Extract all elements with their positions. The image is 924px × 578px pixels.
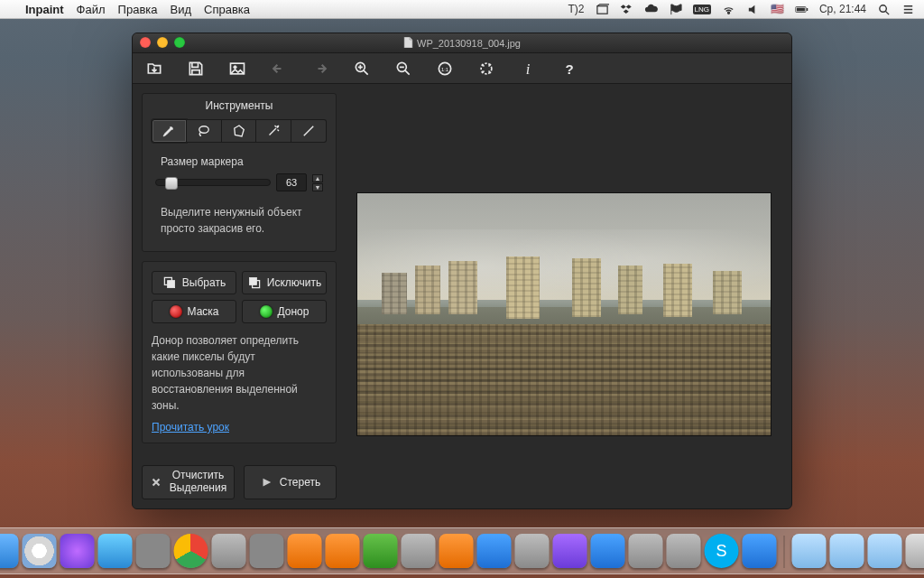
clear-btn-line1: Отчистить <box>170 470 226 482</box>
clear-selection-button[interactable]: Отчистить Выделения <box>142 465 235 499</box>
dock-app-11[interactable] <box>629 534 663 568</box>
erase-button[interactable]: Стереть <box>244 465 337 499</box>
redo-button[interactable] <box>310 58 331 79</box>
tool-line[interactable] <box>291 119 327 143</box>
tool-lasso[interactable] <box>187 119 222 143</box>
notifications-icon[interactable] <box>901 3 915 16</box>
clear-btn-line2: Выделения <box>170 482 226 495</box>
dock-app-7[interactable] <box>439 534 474 568</box>
dock-folder-2[interactable] <box>830 534 864 568</box>
dock-chrome[interactable] <box>174 534 208 568</box>
svg-text:?: ? <box>565 61 573 76</box>
macos-menubar: Inpaint Файл Правка Вид Справка T)2 LNG … <box>0 0 924 19</box>
menu-help[interactable]: Справка <box>204 3 250 16</box>
image-button[interactable] <box>226 58 248 79</box>
app-name[interactable]: Inpaint <box>25 3 64 16</box>
info-button[interactable]: i <box>517 58 539 79</box>
spinner-up[interactable]: ▲ <box>312 174 323 182</box>
app-window: WP_20130918_004.jpg 1:1 i ? Инструменты <box>132 33 792 509</box>
paint-hint: Выделите ненужный объект просто закрасив… <box>161 204 321 237</box>
svg-text:i: i <box>526 60 531 77</box>
tool-marker[interactable] <box>152 119 187 143</box>
marker-size-value[interactable]: 63 <box>276 173 307 191</box>
marker-size-slider[interactable] <box>155 179 271 186</box>
dock-skype[interactable]: S <box>705 534 739 568</box>
dock-app-8[interactable] <box>515 534 550 568</box>
help-button[interactable]: ? <box>559 58 580 79</box>
lng-icon[interactable]: LNG <box>693 5 711 14</box>
dock-app-10[interactable] <box>591 534 625 568</box>
dock-trash[interactable] <box>906 534 925 568</box>
undo-button[interactable] <box>268 58 290 79</box>
cloud-icon[interactable] <box>644 3 658 16</box>
dock-app-13[interactable] <box>743 534 777 568</box>
window-zoom-button[interactable] <box>174 37 185 48</box>
dock-finder[interactable] <box>0 534 19 568</box>
window-file-icon <box>403 37 413 50</box>
svg-point-6 <box>234 65 236 68</box>
dock-separator <box>784 536 785 568</box>
titlebar[interactable]: WP_20130918_004.jpg <box>133 33 791 53</box>
zoom-in-button[interactable] <box>351 58 373 79</box>
save-button[interactable] <box>185 58 207 79</box>
dock-app-5[interactable] <box>326 534 360 568</box>
tool-polygon[interactable] <box>222 119 257 143</box>
tools-title: Инструменты <box>152 99 327 112</box>
clock[interactable]: Ср, 21:44 <box>819 3 866 15</box>
menu-file[interactable]: Файл <box>77 3 106 16</box>
svg-rect-2 <box>807 8 808 11</box>
zoom-out-button[interactable] <box>393 58 414 79</box>
dropbox-icon[interactable] <box>620 3 633 16</box>
svg-rect-18 <box>249 277 256 284</box>
exclude-button[interactable]: Исключить <box>242 271 327 294</box>
menubar-right: T)2 LNG 🇺🇸 Ср, 21:44 <box>568 3 915 16</box>
battery-icon[interactable] <box>795 3 808 16</box>
canvas-viewport[interactable] <box>346 93 782 499</box>
td-icon[interactable]: T)2 <box>568 3 584 15</box>
menu-view[interactable]: Вид <box>171 3 192 16</box>
loaded-image[interactable] <box>356 192 772 436</box>
dock-app-3[interactable] <box>250 534 284 568</box>
mask-button[interactable]: Маска <box>152 300 236 323</box>
macos-dock[interactable]: S <box>0 527 924 574</box>
read-tutorial-link[interactable]: Прочитать урок <box>152 421 229 434</box>
dock-app-6[interactable] <box>402 534 436 568</box>
svg-rect-17 <box>167 281 174 288</box>
dock-app-2[interactable] <box>212 534 246 568</box>
exclude-button-label: Исключить <box>267 276 321 289</box>
dock-appstore[interactable] <box>98 534 133 568</box>
dock-mail[interactable] <box>477 534 512 568</box>
selection-panel: Выбрать Исключить Маска Донор Д <box>142 261 337 443</box>
dock-folder-3[interactable] <box>868 534 902 568</box>
dock-itunes[interactable] <box>60 534 95 568</box>
dock-evernote[interactable] <box>364 534 398 568</box>
dock-app-4[interactable] <box>288 534 322 568</box>
dock-safari[interactable] <box>23 534 57 568</box>
menu-edit[interactable]: Правка <box>118 3 158 16</box>
tool-magic-wand[interactable] <box>256 119 291 143</box>
locale-flag[interactable]: 🇺🇸 <box>771 3 784 15</box>
dock-app-12[interactable] <box>667 534 701 568</box>
tools-panel: Инструменты Размер маркера 63 ▲ ▼ <box>142 93 337 252</box>
donor-button[interactable]: Донор <box>242 300 327 323</box>
open-button[interactable] <box>143 58 165 79</box>
wifi-icon[interactable] <box>722 3 735 16</box>
window-close-button[interactable] <box>140 37 151 48</box>
select-button[interactable]: Выбрать <box>152 271 236 294</box>
mask-button-label: Маска <box>188 305 219 318</box>
window-minimize-button[interactable] <box>157 37 168 48</box>
spotlight-icon[interactable] <box>877 3 891 16</box>
spinner-down[interactable]: ▼ <box>312 183 323 191</box>
volume-icon[interactable] <box>746 3 760 16</box>
zoom-fit-button[interactable] <box>476 58 497 79</box>
svg-rect-0 <box>596 5 606 13</box>
cube-icon[interactable] <box>596 3 609 16</box>
canvas-area <box>346 84 791 508</box>
dock-app-9[interactable] <box>553 534 587 568</box>
zoom-actual-button[interactable]: 1:1 <box>434 58 456 79</box>
flag-icon[interactable] <box>669 3 682 16</box>
dock-app-1[interactable] <box>136 534 171 568</box>
dock-folder-1[interactable] <box>792 534 827 568</box>
slider-thumb[interactable] <box>165 177 178 190</box>
tool-row <box>152 119 327 143</box>
